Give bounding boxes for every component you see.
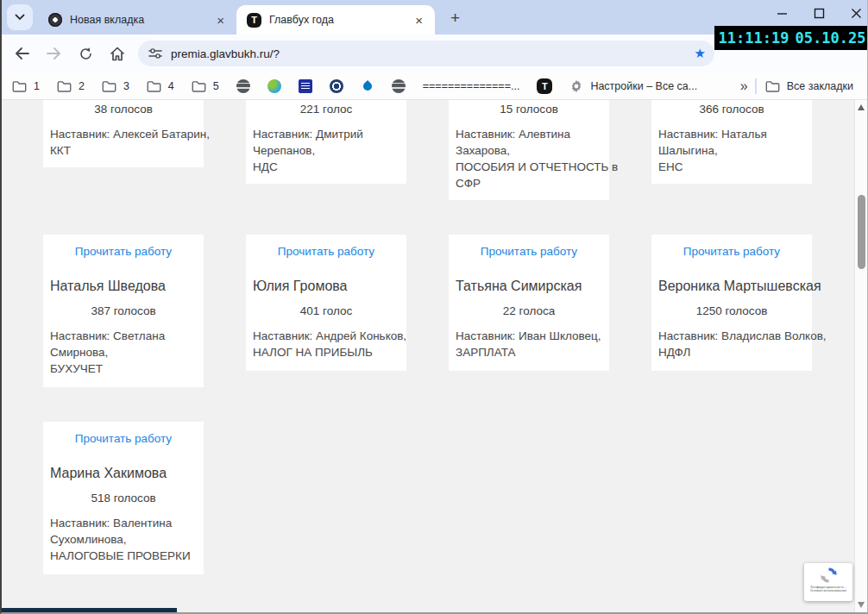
page-content: 38 голосовНаставник: Алексей Батарин,ККТ…: [2, 100, 867, 612]
folder-icon: [192, 80, 206, 92]
new-tab-button[interactable]: +: [445, 9, 465, 26]
bookmark-glavbukh[interactable]: Т: [537, 78, 552, 94]
mentor-info: Наставник: Алексей Батарин,ККТ: [50, 126, 197, 159]
participant-card: 221 голосНаставник: ДмитрийЧерепанов,НДС: [246, 100, 406, 184]
participant-card: 38 голосовНаставник: Алексей Батарин,ККТ: [43, 100, 204, 167]
scrollbar-thumb[interactable]: [858, 195, 865, 269]
read-work-link[interactable]: Прочитать работу: [456, 245, 602, 258]
read-work-link[interactable]: Прочитать работу: [50, 245, 197, 258]
bookmark-settings[interactable]: Настройки – Все са...: [569, 79, 697, 93]
folder-icon: [147, 80, 161, 92]
forward-button[interactable]: [41, 41, 66, 66]
earth-icon[interactable]: [267, 79, 281, 93]
scrollbar[interactable]: [854, 100, 867, 612]
bookmark-folder-label: 3: [123, 80, 129, 92]
tab-search-button[interactable]: [7, 4, 33, 30]
url-text[interactable]: premia.glavbukh.ru/?: [171, 47, 695, 60]
cards-grid: 38 голосовНаставник: Алексей Батарин,ККТ…: [43, 100, 814, 574]
mentor-info: Наставник: СветланаСмирнова,БУХУЧЕТ: [50, 328, 197, 377]
bookmark-favicons: [236, 79, 423, 93]
read-work-link[interactable]: Прочитать работу: [50, 432, 197, 445]
participant-card: Прочитать работуВероника Мартышевская125…: [651, 235, 812, 371]
tab-close-icon[interactable]: ×: [412, 12, 426, 28]
bookmark-equals[interactable]: ==============...: [423, 80, 520, 92]
mentor-info: Наставник: Иван Шкловец,ЗАРПЛАТА: [456, 328, 602, 360]
mentor-info: Наставник: ДмитрийЧерепанов,НДС: [253, 126, 399, 175]
tab-new-tab[interactable]: Новая вкладка ×: [38, 5, 236, 34]
bookmark-folders: 12345: [12, 80, 236, 92]
reload-button[interactable]: [73, 41, 97, 66]
bookmark-folder-2[interactable]: 2: [57, 80, 85, 92]
browser-window: Новая вкладка × Т Главбух года × + 11:11…: [0, 0, 868, 614]
page-footer-edge: [2, 608, 177, 612]
folder-icon: [57, 80, 72, 92]
weather-icon[interactable]: [299, 79, 312, 93]
participant-card: 15 голосовНаставник: АлевтинаЗахарова,ПО…: [449, 100, 609, 200]
tab-glavbukh[interactable]: Т Главбух года ×: [236, 5, 435, 34]
bookmark-folder-label: 4: [168, 80, 174, 92]
votes-count: 366 голосов: [658, 103, 805, 116]
mentor-info: Наставник: ВалентинаСухомлинова,НАЛОГОВЫ…: [50, 515, 197, 564]
tab-title: Новая вкладка: [70, 14, 213, 26]
globe-icon[interactable]: [392, 79, 406, 93]
mentor-info: Наставник: НатальяШалыгина,ЕНС: [658, 126, 805, 175]
scroll-down-arrow-icon[interactable]: [858, 602, 865, 608]
folder-icon: [12, 80, 27, 92]
close-button[interactable]: [851, 8, 862, 19]
target-icon[interactable]: [330, 79, 343, 93]
minimize-button[interactable]: [777, 8, 788, 19]
votes-count: 387 голосов: [50, 304, 197, 317]
gear-icon: [569, 79, 583, 93]
tune-icon[interactable]: [148, 47, 162, 60]
participant-name: Юлия Громова: [253, 279, 399, 294]
votes-count: 38 голосов: [50, 103, 197, 116]
votes-count: 1250 голосов: [658, 304, 805, 317]
new-tab-favicon-icon: [48, 13, 62, 27]
participant-card: 366 голосовНаставник: НатальяШалыгина,ЕН…: [651, 100, 812, 184]
mentor-info: Наставник: АлевтинаЗахарова,ПОСОБИЯ И ОТ…: [456, 126, 602, 191]
recaptcha-terms-text: Конфиденциальность - Условия использован…: [810, 586, 846, 592]
participant-card: Прочитать работуЮлия Громова401 голосНас…: [246, 235, 406, 371]
globe-icon[interactable]: [236, 79, 250, 93]
participant-name: Татьяна Симирская: [456, 279, 602, 294]
bookmark-folder-5[interactable]: 5: [192, 80, 219, 92]
clock-date: 05.10.25: [796, 29, 866, 47]
flame-icon[interactable]: [361, 79, 374, 93]
chevron-down-icon: [15, 14, 25, 21]
bookmarks-bar: 12345 ==============... Т Настройки – Вс…: [2, 72, 867, 100]
votes-count: 15 голосов: [456, 103, 602, 116]
folder-icon: [102, 80, 116, 92]
participant-card: Прочитать работуТатьяна Симирская22 голо…: [449, 235, 609, 371]
back-button[interactable]: [9, 41, 34, 66]
folder-icon: [765, 80, 780, 92]
address-bar[interactable]: premia.glavbukh.ru/? ★: [138, 41, 714, 66]
votes-count: 22 голоса: [456, 304, 602, 317]
recaptcha-badge[interactable]: Конфиденциальность - Условия использован…: [804, 563, 852, 601]
bookmark-folder-label: 1: [34, 80, 40, 92]
read-work-link[interactable]: Прочитать работу: [658, 245, 805, 258]
tab-close-icon[interactable]: ×: [213, 12, 228, 28]
bookmarks-divider: [755, 78, 757, 94]
participant-card: Прочитать работуМарина Хакимова518 голос…: [43, 422, 204, 574]
bookmark-folder-1[interactable]: 1: [12, 80, 40, 92]
recaptcha-logo-icon: [818, 566, 840, 585]
participant-name: Наталья Шведова: [50, 279, 197, 294]
scroll-up-arrow-icon[interactable]: [858, 104, 865, 110]
read-work-link[interactable]: Прочитать работу: [253, 245, 399, 258]
votes-count: 518 голосов: [50, 492, 197, 504]
votes-count: 221 голос: [253, 103, 399, 116]
clock-overlay: 11:11:19 05.10.25: [714, 26, 868, 50]
bookmark-star-icon[interactable]: ★: [695, 47, 706, 60]
mentor-info: Наставник: Андрей Коньков,НАЛОГ НА ПРИБЫ…: [253, 328, 399, 360]
bookmark-folder-3[interactable]: 3: [102, 80, 129, 92]
home-button[interactable]: [105, 41, 129, 66]
all-bookmarks-button[interactable]: Все закладки: [765, 80, 853, 92]
participant-card: Прочитать работуНаталья Шведова387 голос…: [43, 235, 204, 387]
mentor-info: Наставник: Владислав Волков,НДФЛ: [658, 328, 805, 360]
bookmarks-overflow-chevron[interactable]: »: [733, 78, 755, 94]
glavbukh-favicon-icon: Т: [247, 13, 261, 28]
bookmark-folder-4[interactable]: 4: [147, 80, 174, 92]
window-controls: [777, 0, 862, 26]
maximize-button[interactable]: [814, 8, 825, 19]
participant-name: Вероника Мартышевская: [658, 279, 805, 294]
